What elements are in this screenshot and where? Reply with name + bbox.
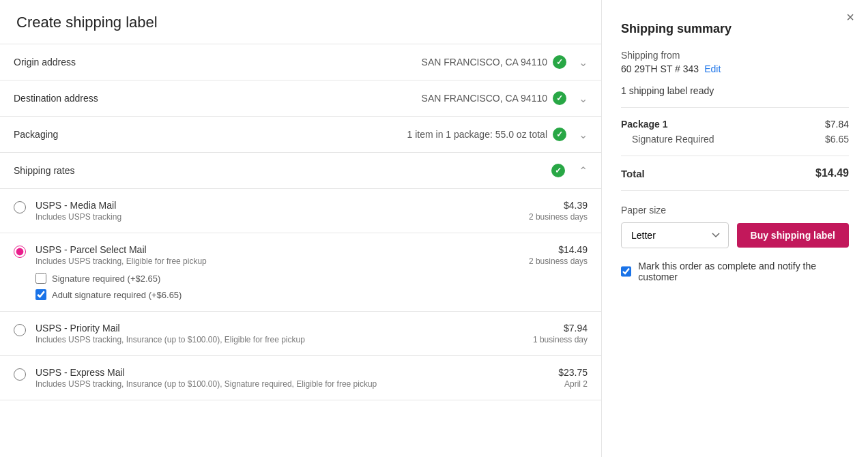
rate-option-label-sig-required: Signature required (+$2.65)	[52, 274, 160, 284]
summary-package-price: $7.84	[825, 119, 849, 130]
rate-info-media-mail: USPS - Media Mail Includes USPS tracking	[35, 200, 510, 222]
rate-price-parcel-select: $14.49 2 business days	[519, 244, 588, 266]
packaging-label: Packaging	[14, 129, 123, 140]
rate-price-express-mail: $23.75 April 2	[519, 367, 588, 389]
rate-amount-express-mail: $23.75	[519, 367, 588, 378]
modal-header: Create shipping label	[0, 0, 601, 44]
rate-item-media-mail: USPS - Media Mail Includes USPS tracking…	[0, 189, 601, 233]
shipping-rates-header[interactable]: Shipping rates ⌃	[0, 153, 601, 189]
rate-days-priority-mail: 1 business day	[519, 335, 588, 344]
summary-total-row: Total $14.49	[621, 156, 849, 191]
destination-address-label: Destination address	[14, 93, 123, 104]
origin-check-icon	[553, 55, 566, 69]
rate-radio-parcel-select[interactable]	[14, 246, 26, 258]
summary-signature-price: $6.65	[825, 134, 849, 145]
paper-size-section: Paper size Letter 4x6 Buy shipping label	[621, 205, 849, 248]
packaging-check-icon	[553, 128, 566, 141]
summary-shipping-from: Shipping from 60 29TH ST # 343 Edit	[621, 50, 849, 74]
packaging-value: 1 item in 1 package: 55.0 oz total	[407, 129, 547, 140]
rate-days-media-mail: 2 business days	[519, 212, 588, 222]
checkbox-sig-required[interactable]	[35, 273, 46, 284]
summary-from-address: 60 29TH ST # 343 Edit	[621, 63, 849, 74]
close-button[interactable]: ×	[846, 10, 854, 25]
rate-info-express-mail: USPS - Express Mail Includes USPS tracki…	[35, 367, 510, 389]
packaging-chevron-icon: ⌄	[579, 128, 588, 141]
destination-chevron-icon: ⌄	[579, 92, 588, 105]
origin-address-value: SAN FRANCISCO, CA 94110	[422, 57, 547, 68]
summary-package-line: Package 1 $7.84	[621, 119, 849, 130]
origin-address-row[interactable]: Origin address SAN FRANCISCO, CA 94110 ⌄	[0, 44, 601, 80]
summary-from-label: Shipping from	[621, 50, 849, 61]
summary-signature-label: Signature Required	[632, 134, 714, 145]
rate-item-parcel-select: USPS - Parcel Select Mail Includes USPS …	[0, 233, 601, 312]
summary-package-section: Package 1 $7.84 Signature Required $6.65	[621, 108, 849, 156]
rate-name-parcel-select: USPS - Parcel Select Mail	[35, 244, 510, 255]
summary-title: Shipping summary	[621, 22, 849, 36]
origin-address-label: Origin address	[14, 57, 123, 68]
mark-complete-checkbox[interactable]	[621, 266, 631, 277]
origin-address-value-container: SAN FRANCISCO, CA 94110 ⌄	[123, 55, 588, 69]
checkbox-adult-sig[interactable]	[35, 289, 46, 300]
rate-option-adult-sig: Adult signature required (+$6.65)	[35, 289, 510, 300]
summary-package-label: Package 1	[621, 119, 668, 130]
rate-amount-media-mail: $4.39	[519, 200, 588, 211]
paper-size-row: Letter 4x6 Buy shipping label	[621, 222, 849, 248]
rate-price-priority-mail: $7.94 1 business day	[519, 323, 588, 344]
mark-complete-label: Mark this order as complete and notify t…	[638, 261, 849, 282]
origin-chevron-icon: ⌄	[579, 56, 588, 69]
buy-shipping-label-button[interactable]: Buy shipping label	[737, 223, 849, 248]
summary-ready-text: 1 shipping label ready	[621, 85, 849, 108]
shipping-rates-icons: ⌃	[551, 164, 588, 177]
right-panel: Shipping summary Shipping from 60 29TH S…	[602, 0, 868, 457]
rate-amount-priority-mail: $7.94	[519, 323, 588, 334]
destination-address-value: SAN FRANCISCO, CA 94110	[422, 93, 547, 104]
rate-desc-media-mail: Includes USPS tracking	[35, 212, 510, 222]
rate-item-express-mail: USPS - Express Mail Includes USPS tracki…	[0, 356, 601, 400]
rate-info-priority-mail: USPS - Priority Mail Includes USPS track…	[35, 323, 510, 344]
summary-address-text: 60 29TH ST # 343	[621, 63, 699, 74]
paper-size-select[interactable]: Letter 4x6	[621, 222, 729, 248]
shipping-rates-check-icon	[551, 164, 565, 177]
rate-name-priority-mail: USPS - Priority Mail	[35, 323, 510, 334]
rate-info-parcel-select: USPS - Parcel Select Mail Includes USPS …	[35, 244, 510, 300]
rate-days-express-mail: April 2	[519, 379, 588, 389]
paper-size-label: Paper size	[621, 205, 849, 216]
destination-address-row[interactable]: Destination address SAN FRANCISCO, CA 94…	[0, 80, 601, 117]
rate-desc-priority-mail: Includes USPS tracking, Insurance (up to…	[35, 335, 510, 344]
rate-name-media-mail: USPS - Media Mail	[35, 200, 510, 211]
rate-radio-media-mail[interactable]	[14, 201, 26, 213]
rate-desc-express-mail: Includes USPS tracking, Insurance (up to…	[35, 379, 510, 389]
destination-check-icon	[553, 91, 566, 105]
rate-amount-parcel-select: $14.49	[519, 244, 588, 255]
rate-desc-parcel-select: Includes USPS tracking, Eligible for fre…	[35, 256, 510, 266]
rate-radio-express-mail[interactable]	[14, 368, 26, 381]
packaging-row[interactable]: Packaging 1 item in 1 package: 55.0 oz t…	[0, 117, 601, 153]
rate-item-priority-mail: USPS - Priority Mail Includes USPS track…	[0, 312, 601, 356]
summary-total-amount: $14.49	[815, 167, 849, 179]
shipping-rates-label: Shipping rates	[14, 165, 551, 176]
rate-options-parcel-select: Signature required (+$2.65) Adult signat…	[35, 273, 510, 300]
rate-radio-priority-mail[interactable]	[14, 324, 26, 336]
summary-total-label: Total	[621, 168, 645, 179]
mark-complete-row: Mark this order as complete and notify t…	[621, 261, 849, 282]
shipping-rates-chevron-icon: ⌃	[579, 164, 588, 177]
edit-address-link[interactable]: Edit	[704, 63, 721, 74]
destination-address-value-container: SAN FRANCISCO, CA 94110 ⌄	[123, 91, 588, 105]
modal-title: Create shipping label	[16, 14, 158, 31]
packaging-value-container: 1 item in 1 package: 55.0 oz total ⌄	[123, 128, 588, 141]
rate-option-sig-required: Signature required (+$2.65)	[35, 273, 510, 284]
rate-days-parcel-select: 2 business days	[519, 256, 588, 266]
rate-name-express-mail: USPS - Express Mail	[35, 367, 510, 378]
summary-signature-line: Signature Required $6.65	[621, 134, 849, 145]
rate-price-media-mail: $4.39 2 business days	[519, 200, 588, 222]
rate-option-label-adult-sig: Adult signature required (+$6.65)	[52, 290, 182, 300]
